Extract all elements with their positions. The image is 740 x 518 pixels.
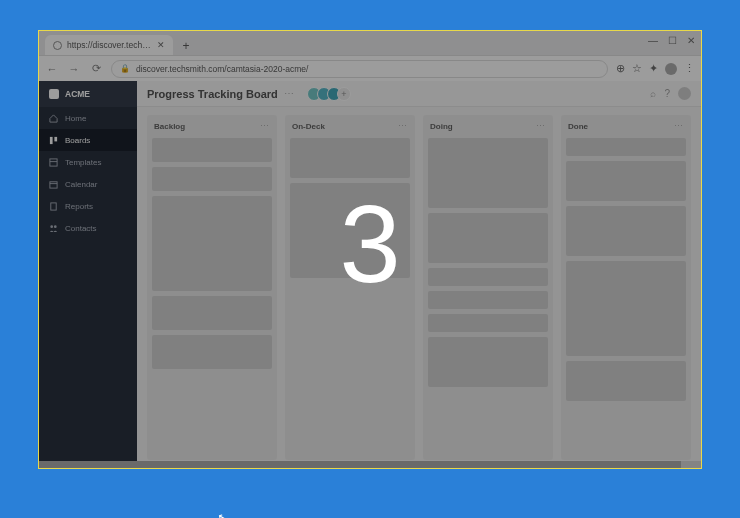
svg-rect-0 bbox=[50, 136, 53, 143]
new-tab-button[interactable]: + bbox=[177, 37, 195, 55]
sidebar-item-boards[interactable]: Boards bbox=[39, 129, 137, 151]
card[interactable] bbox=[428, 314, 548, 332]
extensions-icon[interactable]: ✦ bbox=[649, 62, 658, 75]
svg-point-8 bbox=[54, 225, 57, 228]
sidebar-item-home[interactable]: Home bbox=[39, 107, 137, 129]
column-menu-icon[interactable]: ⋯ bbox=[536, 121, 546, 131]
sidebar-item-label: Templates bbox=[65, 158, 101, 167]
sidebar-item-templates[interactable]: Templates bbox=[39, 151, 137, 173]
board-menu-icon[interactable]: ⋯ bbox=[284, 88, 295, 99]
card[interactable] bbox=[428, 138, 548, 208]
lock-icon: 🔒 bbox=[120, 64, 130, 73]
back-button[interactable]: ← bbox=[45, 63, 59, 75]
card[interactable] bbox=[290, 138, 410, 178]
scrollbar-thumb[interactable] bbox=[39, 461, 681, 468]
horizontal-scrollbar[interactable] bbox=[39, 461, 701, 468]
sidebar-item-label: Home bbox=[65, 114, 86, 123]
column-backlog: Backlog ⋯ bbox=[147, 115, 277, 460]
column-menu-icon[interactable]: ⋯ bbox=[674, 121, 684, 131]
user-avatar-icon[interactable] bbox=[678, 87, 691, 100]
column-title: Doing bbox=[430, 122, 453, 131]
board-topbar: Progress Tracking Board ⋯ + ⌕ ? bbox=[137, 81, 701, 107]
address-bar[interactable]: 🔒 discover.techsmith.com/camtasia-2020-a… bbox=[111, 60, 608, 78]
card[interactable] bbox=[152, 335, 272, 369]
card[interactable] bbox=[428, 268, 548, 286]
card[interactable] bbox=[566, 361, 686, 401]
window-controls: — ☐ ✕ bbox=[648, 35, 695, 46]
tab-strip: https://discover.techsmith.com/... ✕ + bbox=[39, 31, 701, 55]
sidebar-item-reports[interactable]: Reports bbox=[39, 195, 137, 217]
window-maximize-icon[interactable]: ☐ bbox=[668, 35, 677, 46]
toolbar-right: ⊕ ☆ ✦ ⋮ bbox=[616, 62, 695, 75]
reports-icon bbox=[49, 202, 58, 211]
brand-label: ACME bbox=[65, 89, 90, 99]
column-title: Backlog bbox=[154, 122, 185, 131]
bookmark-star-icon[interactable]: ☆ bbox=[632, 62, 642, 75]
window-minimize-icon[interactable]: — bbox=[648, 35, 658, 46]
kanban-board: Backlog ⋯ On-Deck ⋯ bbox=[137, 107, 701, 468]
card[interactable] bbox=[428, 337, 548, 387]
column-title: Done bbox=[568, 122, 588, 131]
zoom-icon[interactable]: ⊕ bbox=[616, 62, 625, 75]
window-close-icon[interactable]: ✕ bbox=[687, 35, 695, 46]
svg-point-7 bbox=[50, 225, 53, 228]
kebab-menu-icon[interactable]: ⋮ bbox=[684, 62, 695, 75]
column-done: Done ⋯ bbox=[561, 115, 691, 460]
board-title: Progress Tracking Board bbox=[147, 88, 278, 100]
sidebar-item-calendar[interactable]: Calendar bbox=[39, 173, 137, 195]
card[interactable] bbox=[152, 196, 272, 291]
forward-button[interactable]: → bbox=[67, 63, 81, 75]
card[interactable] bbox=[428, 291, 548, 309]
card[interactable] bbox=[428, 213, 548, 263]
recording-capture-frame: — ☐ ✕ https://discover.techsmith.com/...… bbox=[38, 30, 702, 469]
sidebar-item-label: Calendar bbox=[65, 180, 97, 189]
card[interactable] bbox=[566, 161, 686, 201]
calendar-icon bbox=[49, 180, 58, 189]
sidebar-item-label: Boards bbox=[65, 136, 90, 145]
card[interactable] bbox=[566, 261, 686, 356]
globe-icon bbox=[53, 41, 62, 50]
svg-rect-6 bbox=[51, 202, 56, 209]
browser-chrome: — ☐ ✕ https://discover.techsmith.com/...… bbox=[39, 31, 701, 81]
boards-icon bbox=[49, 136, 58, 145]
brand[interactable]: ACME bbox=[39, 81, 137, 107]
browser-toolbar: ← → ⟳ 🔒 discover.techsmith.com/camtasia-… bbox=[39, 55, 701, 81]
member-avatars[interactable]: + bbox=[311, 87, 351, 101]
recording-countdown: 3 bbox=[339, 180, 400, 307]
column-menu-icon[interactable]: ⋯ bbox=[398, 121, 408, 131]
column-doing: Doing ⋯ bbox=[423, 115, 553, 460]
browser-tab[interactable]: https://discover.techsmith.com/... ✕ bbox=[45, 35, 173, 55]
column-title: On-Deck bbox=[292, 122, 325, 131]
tab-close-icon[interactable]: ✕ bbox=[157, 40, 165, 50]
add-member-button[interactable]: + bbox=[337, 87, 351, 101]
reload-button[interactable]: ⟳ bbox=[89, 62, 103, 75]
help-icon[interactable]: ? bbox=[664, 88, 670, 99]
card[interactable] bbox=[152, 138, 272, 162]
templates-icon bbox=[49, 158, 58, 167]
tab-title: https://discover.techsmith.com/... bbox=[67, 40, 152, 50]
main: Progress Tracking Board ⋯ + ⌕ ? Bac bbox=[137, 81, 701, 468]
brand-logo-icon bbox=[49, 89, 59, 99]
sidebar: ACME Home Boards Templates bbox=[39, 81, 137, 468]
card[interactable] bbox=[152, 296, 272, 330]
search-icon[interactable]: ⌕ bbox=[650, 88, 656, 99]
card[interactable] bbox=[152, 167, 272, 191]
sidebar-item-contacts[interactable]: Contacts bbox=[39, 217, 137, 239]
column-menu-icon[interactable]: ⋯ bbox=[260, 121, 270, 131]
topbar-right: ⌕ ? bbox=[650, 87, 691, 100]
svg-rect-1 bbox=[54, 136, 57, 141]
url-text: discover.techsmith.com/camtasia-2020-acm… bbox=[136, 64, 308, 74]
svg-rect-4 bbox=[50, 181, 57, 187]
home-icon bbox=[49, 114, 58, 123]
svg-rect-2 bbox=[50, 158, 57, 165]
contacts-icon bbox=[49, 224, 58, 233]
sidebar-item-label: Reports bbox=[65, 202, 93, 211]
profile-avatar-icon[interactable] bbox=[665, 63, 677, 75]
sidebar-item-label: Contacts bbox=[65, 224, 97, 233]
card[interactable] bbox=[566, 138, 686, 156]
card[interactable] bbox=[566, 206, 686, 256]
cursor-icon: ↖ bbox=[216, 510, 228, 518]
